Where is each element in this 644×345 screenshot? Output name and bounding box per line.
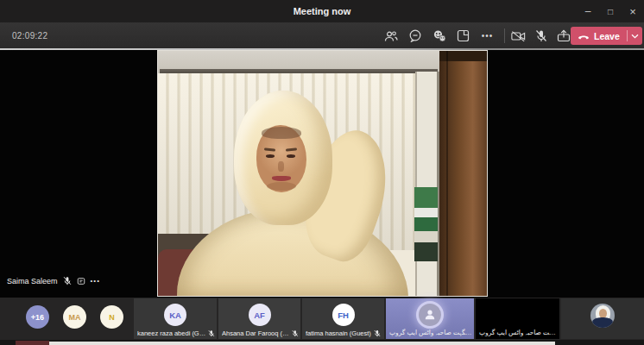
participant-tile-kaneez[interactable]: KA kaneez raza abedi (Gu...	[134, 298, 217, 339]
participant-name: آپا نگہت صاحبہ واٹس ایپ گروپ...	[389, 329, 472, 337]
video-door-frame	[415, 72, 439, 297]
participants-icon[interactable]	[383, 28, 398, 43]
titlebar: Meeting now – □ ×	[0, 0, 644, 22]
speaker-mic-muted-icon	[63, 276, 72, 285]
leave-button[interactable]: Leave	[571, 27, 642, 45]
participant-tile-selected[interactable]: آپا نگہت صاحبہ واٹس ایپ گروپ...	[386, 298, 474, 339]
speaker-video-tile[interactable]	[157, 50, 488, 297]
teams-meeting-window: Meeting now – □ × 02:09:22	[0, 0, 644, 345]
background-window-edge	[0, 340, 644, 345]
mic-off-icon[interactable]	[534, 28, 548, 43]
mic-muted-icon	[208, 329, 215, 337]
video-wooden-cabinet	[439, 51, 488, 297]
background-window-maroon-strip	[16, 341, 49, 345]
meeting-toolbar: 02:09:22	[0, 22, 644, 49]
participant-name: kaneez raza abedi (Gu...	[137, 329, 205, 337]
person-avatar-icon	[416, 301, 444, 329]
background-window-light-strip	[49, 342, 555, 345]
avatar-initials: KA	[164, 304, 186, 326]
speaker-name: Saima Saleem	[7, 277, 58, 285]
overflow-participants-badge[interactable]: +16	[26, 305, 49, 329]
toolbar-icon-group: •••	[383, 22, 495, 49]
hangup-icon	[578, 33, 590, 40]
reactions-icon[interactable]	[432, 28, 446, 43]
speaker-face	[256, 125, 306, 192]
minimize-button[interactable]: –	[577, 0, 599, 22]
more-actions-icon[interactable]: •••	[480, 28, 495, 43]
close-button[interactable]: ×	[622, 0, 644, 22]
participant-name: آپا نگہت صاحبہ واٹس ایپ گروپ...	[479, 329, 558, 337]
device-icon-group	[511, 22, 571, 49]
mic-muted-icon	[374, 329, 381, 337]
speaker-name-label: Saima Saleem •••	[7, 276, 100, 285]
speaker-pin-icon[interactable]	[77, 277, 85, 285]
leave-label: Leave	[594, 31, 620, 41]
more-actions-dots: •••	[482, 28, 494, 43]
participant-tile-camera-off[interactable]: آپا نگہت صاحبہ واٹس ایپ گروپ...	[476, 298, 559, 339]
leave-options-chevron[interactable]	[628, 34, 642, 39]
participant-name: Ahsana Dar Farooq (G...	[222, 329, 289, 337]
participant-tile-fatima[interactable]: FH fatima hasnain (Guest)	[302, 298, 384, 339]
video-shelf	[414, 187, 438, 261]
participant-avatar-n[interactable]: N	[100, 305, 123, 329]
window-title: Meeting now	[0, 0, 644, 22]
photo-avatar	[590, 304, 615, 328]
breakout-rooms-icon[interactable]	[456, 28, 470, 43]
maximize-button[interactable]: □	[599, 0, 622, 22]
main-stage: Saima Saleem •••	[0, 50, 644, 298]
meeting-timer: 02:09:22	[12, 22, 47, 49]
camera-off-icon[interactable]	[511, 28, 526, 43]
mic-muted-icon	[292, 329, 299, 337]
chat-icon[interactable]	[407, 28, 422, 43]
toolbar-divider	[504, 28, 505, 43]
avatar-initials: FH	[332, 304, 355, 326]
participant-filmstrip: +16 MA N KA kaneez raza abedi (Gu... AF …	[0, 298, 644, 340]
share-screen-icon[interactable]	[556, 28, 571, 43]
speaker-more-icon[interactable]: •••	[91, 277, 100, 285]
avatar-initials: AF	[249, 304, 271, 326]
participant-name: fatima hasnain (Guest)	[306, 329, 371, 337]
participant-avatar-ma[interactable]: MA	[63, 305, 86, 329]
participant-tile-ahsana[interactable]: AF Ahsana Dar Farooq (G...	[218, 298, 300, 339]
participant-tile-photo[interactable]	[561, 298, 644, 339]
